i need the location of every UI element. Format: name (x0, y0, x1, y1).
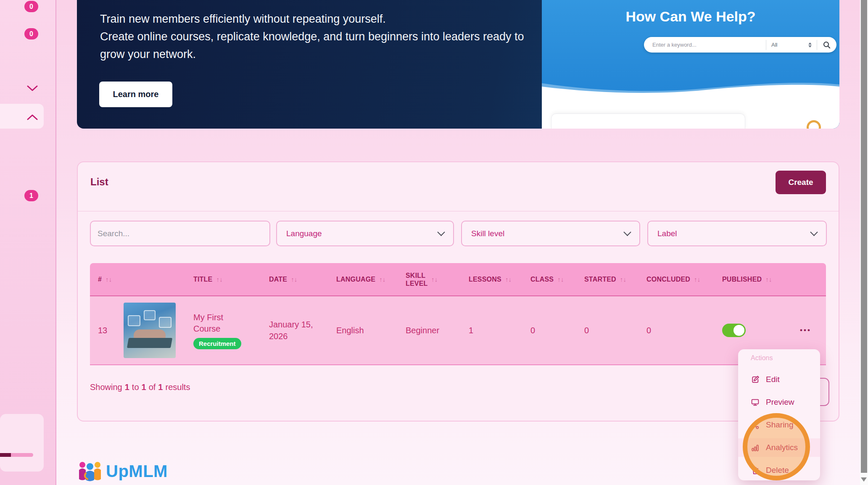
published-toggle[interactable] (722, 324, 746, 337)
column-header-skill-level[interactable]: SKILL LEVEL↑↓ (406, 271, 469, 287)
language-filter-select[interactable]: Language (276, 221, 454, 246)
sort-icon: ↑↓ (106, 276, 112, 283)
help-widget: How Can We Help? All (542, 0, 839, 129)
chevron-down-icon (810, 228, 818, 236)
summary-to: 1 (142, 382, 146, 392)
sidebar-item-active[interactable] (0, 104, 44, 129)
page-title: List (90, 176, 108, 188)
column-header-class[interactable]: CLASS↑↓ (530, 276, 584, 283)
column-label: CLASS (530, 276, 554, 283)
column-header-concluded[interactable]: CONCLUDED↑↓ (646, 276, 722, 283)
sort-icon: ↑↓ (557, 276, 564, 283)
thumbnail-detail (128, 315, 140, 326)
scrollbar-track[interactable] (860, 0, 868, 485)
sort-icon: ↑↓ (431, 276, 438, 283)
course-label-badge: Recruitment (193, 338, 241, 349)
banner-line: Create online courses, replicate knowled… (100, 28, 533, 45)
sidebar-count-badge: 0 (24, 28, 38, 40)
column-label: LANGUAGE (336, 276, 375, 283)
column-label: CONCLUDED (646, 276, 690, 283)
results-summary: Showing 1 to 1 of 1 results (90, 382, 190, 392)
course-title-link[interactable]: My First Course (193, 312, 240, 335)
search-icon (823, 41, 831, 49)
course-lessons-count: 1 (469, 326, 530, 335)
column-header-language[interactable]: LANGUAGE↑↓ (336, 276, 406, 283)
course-skill-level: Beginner (406, 326, 469, 335)
edit-icon (751, 375, 760, 384)
sort-icon: ↑↓ (216, 276, 222, 283)
summary-total: 1 (158, 382, 163, 392)
actions-menu-title: Actions (751, 354, 773, 362)
banner-line: grow your network. (100, 45, 533, 63)
summary-from: 1 (125, 382, 129, 392)
skill-level-filter-select[interactable]: Skill level (461, 221, 640, 246)
summary-text: to (132, 382, 139, 392)
divider (78, 211, 839, 211)
column-label: PUBLISHED (722, 276, 762, 283)
column-label: TITLE (193, 276, 212, 283)
help-category-value: All (771, 42, 777, 48)
column-header-lessons[interactable]: LESSONS↑↓ (469, 276, 530, 283)
table-header: #↑↓ TITLE↑↓ DATE↑↓ LANGUAGE↑↓ SKILL LEVE… (90, 263, 826, 296)
label-filter-value: Label (657, 229, 677, 238)
label-filter-select[interactable]: Label (647, 221, 827, 246)
thumbnail-detail (144, 310, 156, 320)
menu-item-label: Preview (766, 398, 794, 407)
wave-decoration (542, 78, 839, 98)
column-label: LESSONS (469, 276, 501, 283)
help-search-button[interactable] (817, 37, 836, 53)
column-header-started[interactable]: STARTED↑↓ (584, 276, 646, 283)
help-title: How Can We Help? (542, 8, 839, 25)
sidebar-expand-toggle[interactable] (27, 85, 38, 93)
menu-item-label: Edit (766, 375, 780, 384)
thumbnail-detail (159, 317, 171, 328)
promo-banner: Train new members efficiently without re… (77, 0, 839, 129)
page: 0 0 1 Train new members efficiently with… (0, 0, 868, 485)
learn-more-button[interactable]: Learn more (99, 82, 172, 107)
column-label: STARTED (584, 276, 616, 283)
sort-icon: ↑↓ (291, 276, 297, 283)
course-thumbnail (124, 303, 176, 358)
help-search-bar: All (644, 37, 836, 53)
click-annotation-circle (743, 413, 810, 480)
promo-banner-text: Train new members efficiently without re… (100, 10, 533, 63)
column-label: SKILL LEVEL (406, 271, 427, 287)
help-category-select[interactable]: All (766, 42, 817, 48)
summary-text: of (149, 382, 156, 392)
column-header-published[interactable]: PUBLISHED↑↓ (722, 276, 788, 283)
progress-bar-track (11, 453, 33, 457)
help-search-input[interactable] (644, 42, 766, 48)
thumbnail-detail (127, 338, 172, 348)
sidebar: 0 0 1 (0, 0, 56, 485)
create-button[interactable]: Create (776, 171, 826, 194)
table-row: 13 My First Course Recruitment January 1… (90, 296, 826, 365)
column-header-title[interactable]: TITLE↑↓ (193, 276, 269, 283)
sort-icon: ↑↓ (620, 276, 626, 283)
chevron-down-icon (27, 85, 38, 92)
course-language: English (336, 326, 406, 335)
chevron-down-icon (623, 228, 631, 236)
scrollbar-down-arrow[interactable] (861, 477, 867, 482)
sort-icon: ↑↓ (379, 276, 385, 283)
chevron-down-icon (437, 228, 445, 236)
menu-item-edit[interactable]: Edit (738, 370, 820, 389)
preview-icon (751, 398, 760, 407)
row-index: 13 (90, 326, 124, 335)
menu-item-preview[interactable]: Preview (738, 393, 820, 411)
row-actions-button[interactable]: ••• (788, 326, 826, 335)
scrollbar-thumb[interactable] (861, 0, 867, 473)
sort-icon: ↑↓ (505, 276, 512, 283)
skill-level-filter-value: Skill level (471, 229, 504, 238)
toggle-knob (733, 325, 744, 336)
progress-bar-fill (0, 453, 11, 457)
search-input[interactable] (90, 221, 270, 246)
upmlm-logo-icon (78, 461, 102, 482)
column-header-index[interactable]: #↑↓ (90, 276, 124, 283)
column-label: # (98, 276, 102, 283)
course-list-card: List Create Language Skill level Label #… (77, 161, 839, 422)
course-concluded-count: 0 (646, 326, 722, 335)
footer-logo[interactable]: UpMLM (78, 461, 168, 482)
sidebar-count-badge: 1 (24, 190, 38, 201)
column-header-date[interactable]: DATE↑↓ (269, 276, 336, 283)
course-date: January 15, 2026 (269, 319, 319, 342)
